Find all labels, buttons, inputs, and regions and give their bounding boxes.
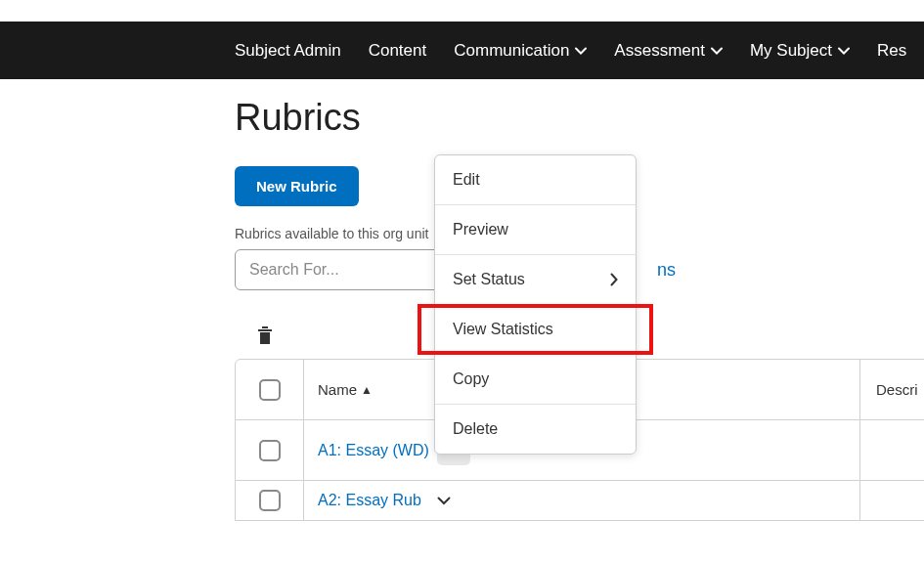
link-fragment[interactable]: ns	[657, 260, 676, 281]
rubric-actions-menu: Edit Preview Set Status View Statistics …	[434, 154, 637, 455]
menu-label: Copy	[453, 370, 489, 388]
rubric-link[interactable]: A1: Essay (WD)	[318, 442, 429, 459]
svg-rect-2	[262, 326, 268, 328]
nav-my-subject[interactable]: My Subject	[750, 41, 850, 61]
chevron-right-icon	[610, 273, 618, 286]
column-header-description[interactable]: Descri	[859, 360, 924, 419]
column-label: Name	[318, 381, 357, 398]
row-description-cell	[859, 420, 924, 480]
rubric-link[interactable]: A2: Essay Rub	[318, 492, 421, 509]
menu-label: Set Status	[453, 271, 525, 288]
menu-label: Edit	[453, 171, 480, 189]
row-checkbox[interactable]	[259, 490, 281, 511]
menu-item-copy[interactable]: Copy	[435, 355, 636, 405]
nav-assessment[interactable]: Assessment	[614, 41, 723, 61]
trash-icon[interactable]	[256, 331, 274, 348]
row-select-cell	[236, 481, 304, 520]
svg-rect-1	[260, 332, 270, 344]
nav-communication[interactable]: Communication	[454, 41, 587, 61]
nav-label: Assessment	[614, 41, 705, 61]
new-rubric-button[interactable]: New Rubric	[235, 166, 359, 206]
select-all-cell	[236, 360, 304, 419]
chevron-down-icon	[711, 47, 723, 55]
sort-asc-icon: ▲	[361, 383, 373, 397]
row-actions-button[interactable]	[429, 497, 459, 505]
nav-res[interactable]: Res	[877, 41, 906, 61]
nav-content[interactable]: Content	[369, 41, 427, 61]
nav-label: Communication	[454, 41, 569, 61]
row-select-cell	[236, 420, 304, 480]
menu-label: View Statistics	[453, 321, 553, 338]
nav-subject-admin[interactable]: Subject Admin	[235, 41, 341, 61]
menu-item-delete[interactable]: Delete	[435, 405, 636, 454]
chevron-down-icon	[838, 47, 850, 55]
nav-label: Subject Admin	[235, 41, 341, 61]
top-nav: Subject Admin Content Communication Asse…	[0, 22, 924, 79]
menu-item-view-statistics[interactable]: View Statistics	[435, 305, 636, 355]
menu-item-edit[interactable]: Edit	[435, 155, 636, 205]
column-label: Descri	[876, 381, 918, 398]
row-name-cell: A2: Essay Rub	[304, 492, 859, 509]
nav-label: My Subject	[750, 41, 832, 61]
row-description-cell	[859, 481, 924, 520]
menu-item-preview[interactable]: Preview	[435, 205, 636, 255]
chevron-down-icon	[575, 47, 587, 55]
select-all-checkbox[interactable]	[259, 379, 281, 401]
table-row: A2: Essay Rub	[236, 481, 924, 520]
menu-label: Preview	[453, 221, 508, 239]
nav-label: Res	[877, 41, 906, 61]
row-checkbox[interactable]	[259, 440, 281, 461]
nav-label: Content	[369, 41, 427, 61]
svg-rect-0	[258, 329, 272, 331]
menu-label: Delete	[453, 420, 498, 438]
page-title: Rubrics	[235, 97, 924, 139]
menu-item-set-status[interactable]: Set Status	[435, 255, 636, 305]
